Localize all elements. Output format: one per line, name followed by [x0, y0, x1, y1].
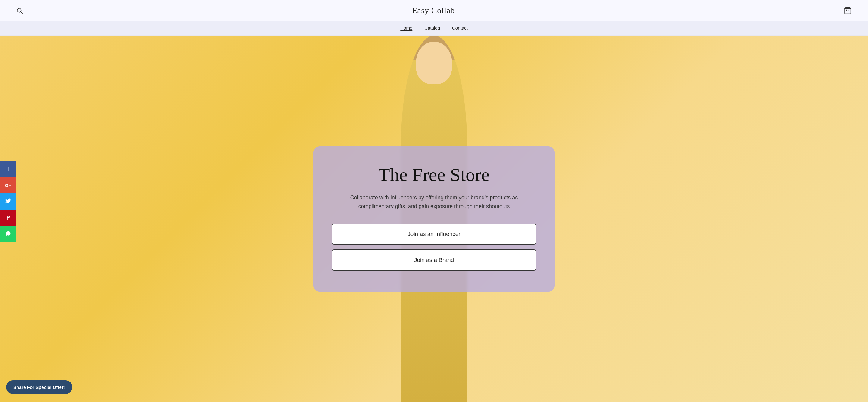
hero-section: The Free Store Collaborate with influenc… — [0, 36, 868, 402]
social-facebook-button[interactable]: f — [0, 161, 16, 177]
social-whatsapp-button[interactable] — [0, 226, 16, 242]
header-top-bar: Easy Collab — [0, 0, 868, 21]
nav-catalog[interactable]: Catalog — [424, 25, 440, 31]
nav-contact[interactable]: Contact — [452, 25, 468, 31]
social-twitter-button[interactable] — [0, 193, 16, 210]
social-sidebar: f G+ P — [0, 161, 16, 242]
site-header: Easy Collab Home Catalog Contact — [0, 0, 868, 36]
search-button[interactable] — [15, 6, 24, 15]
join-brand-button[interactable]: Join as a Brand — [332, 250, 536, 270]
cart-button[interactable] — [843, 5, 853, 16]
join-influencer-button[interactable]: Join as an Influencer — [332, 224, 536, 244]
hero-title: The Free Store — [332, 164, 536, 185]
twitter-icon — [5, 198, 11, 205]
person-hair — [413, 36, 455, 60]
person-head — [416, 41, 452, 84]
pinterest-icon: P — [6, 215, 10, 221]
whatsapp-icon — [5, 230, 11, 238]
svg-line-1 — [21, 12, 22, 13]
share-offer-button[interactable]: Share For Special Offer! — [6, 380, 72, 394]
site-title: Easy Collab — [412, 6, 455, 16]
googleplus-icon: G+ — [5, 183, 11, 188]
social-googleplus-button[interactable]: G+ — [0, 177, 16, 193]
social-pinterest-button[interactable]: P — [0, 210, 16, 226]
cart-icon — [844, 7, 852, 15]
nav-home[interactable]: Home — [400, 25, 412, 31]
hero-card: The Free Store Collaborate with influenc… — [313, 146, 555, 292]
facebook-icon: f — [7, 166, 9, 173]
search-icon — [16, 7, 23, 14]
main-nav: Home Catalog Contact — [0, 21, 868, 35]
hero-description: Collaborate with influencers by offering… — [344, 193, 524, 211]
